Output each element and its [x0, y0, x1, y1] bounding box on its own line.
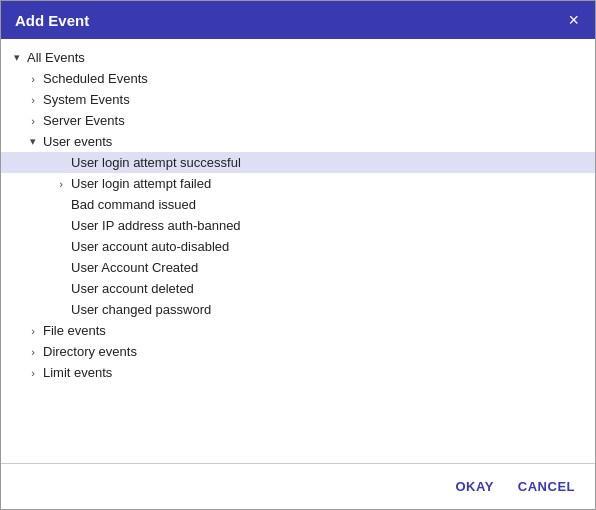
tree-item-limit-events[interactable]: ›Limit events	[1, 362, 595, 383]
tree-label: User IP address auth-banned	[69, 218, 241, 233]
tree-label: User login attempt successful	[69, 155, 241, 170]
tree-toggle[interactable]: ›	[25, 367, 41, 379]
tree-label: Bad command issued	[69, 197, 196, 212]
okay-button[interactable]: OKAY	[449, 475, 499, 498]
close-button[interactable]: ×	[566, 11, 581, 29]
tree-label: System Events	[41, 92, 130, 107]
tree-item-user-changed-password[interactable]: User changed password	[1, 299, 595, 320]
cancel-button[interactable]: CANCEL	[512, 475, 581, 498]
event-tree[interactable]: ▾All Events›Scheduled Events›System Even…	[1, 39, 595, 463]
dialog-footer: OKAY CANCEL	[1, 463, 595, 509]
tree-toggle[interactable]: ›	[25, 325, 41, 337]
tree-label: User account auto-disabled	[69, 239, 229, 254]
tree-item-user-ip-banned[interactable]: User IP address auth-banned	[1, 215, 595, 236]
tree-toggle[interactable]: ›	[53, 178, 69, 190]
tree-toggle[interactable]: ›	[25, 73, 41, 85]
tree-item-directory-events[interactable]: ›Directory events	[1, 341, 595, 362]
tree-label: All Events	[25, 50, 85, 65]
tree-label: File events	[41, 323, 106, 338]
tree-toggle[interactable]: ›	[25, 346, 41, 358]
tree-item-user-account-created[interactable]: User Account Created	[1, 257, 595, 278]
tree-label: User events	[41, 134, 112, 149]
tree-item-file-events[interactable]: ›File events	[1, 320, 595, 341]
tree-label: Server Events	[41, 113, 125, 128]
tree-item-user-account-deleted[interactable]: User account deleted	[1, 278, 595, 299]
tree-item-server-events[interactable]: ›Server Events	[1, 110, 595, 131]
dialog-title: Add Event	[15, 12, 89, 29]
tree-item-all-events[interactable]: ▾All Events	[1, 47, 595, 68]
tree-toggle[interactable]: ›	[25, 94, 41, 106]
dialog-body: ▾All Events›Scheduled Events›System Even…	[1, 39, 595, 463]
tree-item-scheduled-events[interactable]: ›Scheduled Events	[1, 68, 595, 89]
tree-item-user-login-success[interactable]: User login attempt successful	[1, 152, 595, 173]
tree-item-system-events[interactable]: ›System Events	[1, 89, 595, 110]
tree-item-user-events[interactable]: ▾User events	[1, 131, 595, 152]
tree-label: User Account Created	[69, 260, 198, 275]
dialog-header: Add Event ×	[1, 1, 595, 39]
tree-label: User changed password	[69, 302, 211, 317]
tree-label: Directory events	[41, 344, 137, 359]
tree-label: Scheduled Events	[41, 71, 148, 86]
tree-label: User account deleted	[69, 281, 194, 296]
tree-item-bad-command[interactable]: Bad command issued	[1, 194, 595, 215]
add-event-dialog: Add Event × ▾All Events›Scheduled Events…	[0, 0, 596, 510]
tree-toggle[interactable]: ▾	[9, 51, 25, 64]
tree-item-user-login-failed[interactable]: ›User login attempt failed	[1, 173, 595, 194]
tree-toggle[interactable]: ›	[25, 115, 41, 127]
tree-item-user-account-disabled[interactable]: User account auto-disabled	[1, 236, 595, 257]
tree-label: User login attempt failed	[69, 176, 211, 191]
tree-label: Limit events	[41, 365, 112, 380]
tree-toggle[interactable]: ▾	[25, 135, 41, 148]
